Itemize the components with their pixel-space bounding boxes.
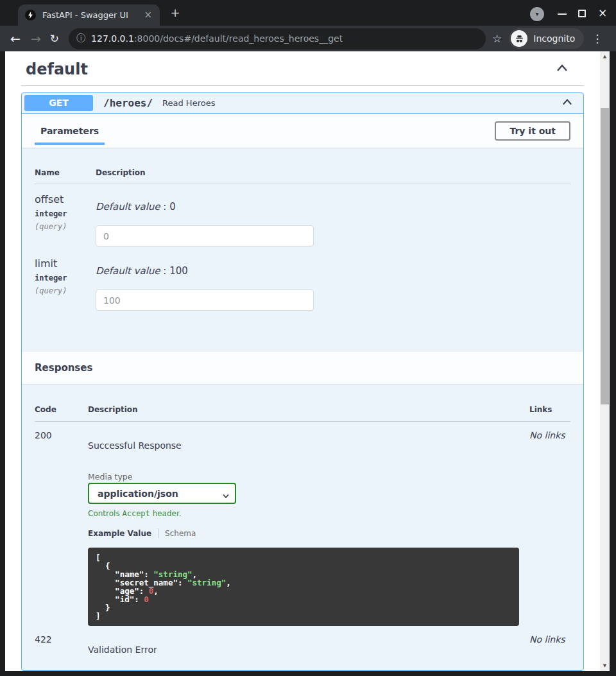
operation-path: /heroes/ bbox=[103, 97, 153, 109]
url-text: 127.0.0.1:8000/docs#/default/read_heroes… bbox=[91, 33, 343, 44]
window-close-button[interactable]: × bbox=[596, 6, 609, 19]
response-code: 200 bbox=[35, 430, 88, 626]
try-it-out-button[interactable]: Try it out bbox=[495, 121, 570, 141]
hint-code: Accept bbox=[122, 509, 150, 518]
tab-search-icon[interactable]: ▾ bbox=[530, 7, 544, 21]
collapse-chevron-icon[interactable] bbox=[556, 63, 569, 76]
responses-label: Responses bbox=[35, 362, 92, 374]
window-minimize-button[interactable] bbox=[558, 13, 567, 15]
parameter-location: (query) bbox=[35, 222, 96, 231]
browser-menu-icon[interactable]: ⋮ bbox=[592, 32, 603, 45]
tab-schema[interactable]: Schema bbox=[165, 529, 196, 538]
col-description-header: Description bbox=[96, 168, 570, 177]
incognito-icon bbox=[511, 30, 527, 47]
hint-prefix: Controls bbox=[88, 509, 122, 518]
address-bar[interactable]: ⓘ 127.0.0.1:8000/docs#/default/read_hero… bbox=[69, 28, 486, 49]
page-scrollbar: ▲ ▼ bbox=[600, 51, 610, 671]
response-description-cell: Successful Response Media type applicati… bbox=[88, 430, 529, 626]
default-value: : 0 bbox=[160, 201, 176, 212]
limit-input[interactable] bbox=[96, 290, 314, 311]
fastapi-favicon-icon bbox=[25, 10, 36, 21]
media-type-select-wrap: application/json bbox=[88, 483, 236, 504]
response-links: No links bbox=[529, 430, 570, 626]
response-code: 422 bbox=[35, 634, 88, 655]
operation-summary-text: Read Heroes bbox=[162, 98, 215, 108]
default-value: : 100 bbox=[160, 265, 188, 277]
col-code-header: Code bbox=[35, 405, 88, 414]
new-tab-button[interactable]: + bbox=[168, 6, 182, 20]
reload-icon[interactable]: ↻ bbox=[50, 33, 59, 45]
parameter-default: Default value : 0 bbox=[96, 201, 570, 212]
opblock-get-heroes: GET /heroes/ Read Heroes Parameters Try … bbox=[21, 92, 584, 671]
parameter-type: integer bbox=[35, 209, 96, 218]
parameter-description-cell: Default value : 100 bbox=[96, 257, 570, 311]
media-type-block: Media type application/json Controls Acc… bbox=[88, 472, 529, 518]
col-name-header: Name bbox=[35, 168, 96, 177]
swagger-page: default GET /heroes/ Read Heroes Paramet… bbox=[5, 51, 600, 671]
tab-parameters: Parameters bbox=[35, 126, 105, 136]
default-value-label: Default value bbox=[96, 201, 160, 212]
parameters-table-header: Name Description bbox=[35, 159, 570, 184]
scrollbar-thumb[interactable] bbox=[601, 108, 609, 404]
parameter-name-cell: offset integer (query) bbox=[35, 193, 96, 247]
incognito-badge: Incognito bbox=[509, 28, 584, 49]
tab-example-value[interactable]: Example Value bbox=[88, 529, 151, 538]
default-value-label: Default value bbox=[96, 265, 160, 277]
response-row-422: 422 Validation Error No links bbox=[35, 626, 570, 655]
response-description: Validation Error bbox=[88, 634, 529, 655]
response-description: Successful Response bbox=[88, 430, 529, 451]
media-type-select[interactable]: application/json bbox=[88, 483, 236, 504]
browser-toolbar: ← → ↻ ⓘ 127.0.0.1:8000/docs#/default/rea… bbox=[0, 26, 616, 51]
response-links: No links bbox=[529, 634, 570, 655]
parameters-section-header: Parameters Try it out bbox=[22, 114, 583, 148]
back-icon[interactable]: ← bbox=[10, 33, 21, 45]
col-description-header: Description bbox=[88, 405, 529, 414]
example-code-block: [ { "name": "string", "secret_name": "st… bbox=[88, 548, 519, 626]
tag-title: default bbox=[26, 60, 88, 78]
parameter-name-cell: limit integer (query) bbox=[35, 257, 96, 311]
operation-summary[interactable]: GET /heroes/ Read Heroes bbox=[22, 93, 583, 114]
media-type-label: Media type bbox=[88, 472, 529, 481]
forward-icon[interactable]: → bbox=[31, 33, 41, 45]
parameter-description-cell: Default value : 0 bbox=[96, 193, 570, 247]
operation-collapse-chevron-icon[interactable] bbox=[561, 97, 573, 109]
media-type-hint: Controls Accept header. bbox=[88, 509, 529, 518]
window-maximize-button[interactable] bbox=[578, 10, 586, 17]
site-info-icon[interactable]: ⓘ bbox=[76, 33, 85, 44]
model-example-tabs: Example Value Schema bbox=[88, 528, 529, 538]
col-links-header: Links bbox=[529, 405, 570, 414]
url-host: 127.0.0.1 bbox=[91, 33, 134, 44]
scrollbar-down-icon[interactable]: ▼ bbox=[600, 663, 610, 668]
bookmark-star-icon[interactable]: ☆ bbox=[492, 32, 502, 45]
tag-section-header[interactable]: default bbox=[21, 51, 584, 86]
parameter-row-limit: limit integer (query) Default value : 10… bbox=[35, 248, 570, 311]
response-row-200: 200 Successful Response Media type appli… bbox=[35, 422, 570, 626]
offset-input[interactable] bbox=[96, 225, 314, 247]
parameter-default: Default value : 100 bbox=[96, 265, 570, 277]
tab-title: FastAPI - Swagger UI bbox=[42, 10, 141, 20]
tab-close-icon[interactable]: × bbox=[141, 9, 155, 21]
browser-titlebar: FastAPI - Swagger UI × + ▾ × bbox=[0, 0, 616, 26]
url-path: :8000/docs#/default/read_heroes_heroes__… bbox=[134, 33, 343, 44]
response-description-cell: Validation Error bbox=[88, 634, 529, 655]
parameter-name: limit bbox=[35, 257, 96, 270]
parameter-row-offset: offset integer (query) Default value : 0 bbox=[35, 184, 570, 247]
parameter-name: offset bbox=[35, 193, 96, 205]
scrollbar-up-icon[interactable]: ▲ bbox=[600, 54, 610, 59]
tab-divider bbox=[158, 528, 158, 538]
parameter-location: (query) bbox=[35, 286, 96, 295]
browser-tab[interactable]: FastAPI - Swagger UI × bbox=[18, 4, 160, 26]
responses-body: Code Description Links 200 Successful Re… bbox=[22, 384, 583, 670]
hint-suffix: header. bbox=[150, 509, 182, 518]
parameter-type: integer bbox=[35, 273, 96, 282]
parameters-body: Name Description offset integer (query) … bbox=[22, 148, 583, 352]
responses-table-header: Code Description Links bbox=[35, 395, 570, 422]
responses-section-header: Responses bbox=[22, 352, 583, 384]
incognito-label: Incognito bbox=[533, 33, 575, 44]
method-badge: GET bbox=[24, 95, 93, 111]
